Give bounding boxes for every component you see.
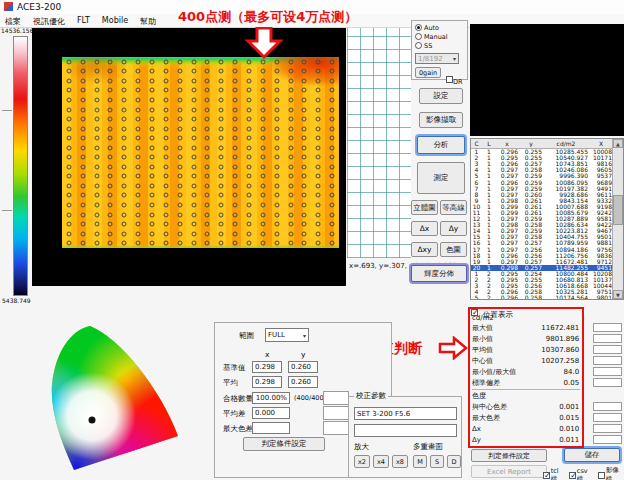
judge-box [593, 367, 622, 376]
radio-ss[interactable]: SS [415, 41, 467, 50]
measurement-point [177, 88, 182, 93]
measurement-view[interactable] [32, 28, 346, 286]
average-diff-field[interactable]: 0.000 [252, 407, 290, 419]
scroll-up-icon[interactable]: ▲ [613, 139, 623, 148]
delta-xy-button[interactable]: Δxy [411, 242, 438, 257]
measurement-point [233, 155, 238, 160]
footer-judge-condition-button[interactable]: 判定條件設定 [471, 449, 547, 462]
zoom-x2-button[interactable]: x2 [354, 455, 370, 468]
measurement-point [260, 174, 265, 179]
menu-item-檔案[interactable]: 檔案 [5, 16, 21, 27]
zoom-x8-button[interactable]: x8 [392, 455, 408, 468]
reference-y-field[interactable]: 0.260 [288, 361, 318, 373]
radio-label: Auto [424, 24, 439, 32]
color-map-button[interactable]: 色圖 [440, 242, 467, 257]
measurement-table[interactable]: CLxycd/m2X 110.2960.25510285.45510008210… [470, 138, 624, 300]
camera-preview [470, 24, 624, 136]
dr-checkbox[interactable]: DR [446, 69, 463, 88]
shutter-select[interactable]: 1/8192 ▾ [415, 53, 459, 64]
delta-x-button[interactable]: Δx [411, 221, 438, 236]
multi-screen-d-button[interactable]: D [447, 455, 461, 468]
measurement-point [136, 59, 141, 64]
excel-report-button[interactable]: Excel Report [471, 465, 547, 478]
measurement-point [66, 193, 71, 198]
measurement-point [330, 69, 335, 74]
measurement-point [260, 155, 265, 160]
measurement-point [302, 174, 307, 179]
zoom-x4-button[interactable]: x4 [373, 455, 389, 468]
judge-condition-button[interactable]: 判定條件設定 [243, 437, 325, 451]
file-checkbox-box[interactable] [543, 472, 550, 479]
measurement-point [163, 193, 168, 198]
pass-judge-box [323, 391, 349, 405]
measurement-point [94, 222, 99, 227]
average-y-field[interactable]: 0.260 [288, 376, 318, 388]
menu-item-幫助[interactable]: 幫助 [140, 16, 156, 27]
radio-icon[interactable] [415, 42, 422, 49]
range-select[interactable]: FULL ▾ [265, 328, 309, 342]
gain-button[interactable]: 0gain [415, 67, 441, 78]
calibration-value2-field[interactable] [354, 424, 457, 437]
measurement-point [246, 107, 251, 112]
measurement-point [108, 97, 113, 102]
table-row[interactable]: 520.2960.25810174.5649801 [471, 295, 623, 300]
measurement-point [288, 222, 293, 227]
measurement-point [233, 107, 238, 112]
measurement-point [316, 203, 321, 208]
image-capture-button[interactable]: 影像擷取 [419, 112, 463, 128]
radio-auto[interactable]: Auto [415, 23, 467, 32]
delta-y-button[interactable]: Δy [440, 221, 467, 236]
file-checkbox-csv檔[interactable]: csv檔 [569, 467, 593, 480]
pass-count-label: 合格數量 [223, 394, 253, 404]
table-cell: 11206.756 [544, 253, 590, 259]
max-colordiff-field[interactable] [252, 422, 290, 434]
menu-item-視訊優化[interactable]: 視訊優化 [33, 16, 65, 27]
multi-screen-m-button[interactable]: M [413, 455, 427, 468]
contour-button[interactable]: 等高線 [440, 200, 467, 215]
scrollbar-thumb[interactable] [613, 195, 623, 225]
measurement-point [94, 78, 99, 83]
measurement-point [205, 145, 210, 150]
scroll-down-icon[interactable]: ▼ [613, 290, 623, 299]
radio-icon[interactable] [415, 24, 422, 31]
save-button[interactable]: 儲存 [564, 448, 620, 462]
measurement-point [246, 241, 251, 246]
measurement-point [191, 69, 196, 74]
measurement-point [302, 97, 307, 102]
luminance-heatmap[interactable] [62, 57, 339, 248]
measurement-point [274, 222, 279, 227]
table-scrollbar[interactable]: ▲ ▼ [612, 139, 623, 299]
measurement-point [274, 183, 279, 188]
dr-checkbox-box[interactable] [446, 76, 453, 83]
range-value: FULL [268, 331, 285, 339]
radio-manual[interactable]: Manual [415, 32, 467, 41]
luminance-distribution-button[interactable]: 輝度分佈 [411, 265, 467, 282]
measurement-point [191, 97, 196, 102]
measure-button[interactable]: 測定 [417, 162, 465, 194]
measurement-point [80, 164, 85, 169]
table-body[interactable]: 110.2960.25510285.45510008210.2950.25510… [471, 149, 623, 300]
settings-button[interactable]: 設定 [419, 88, 463, 104]
measurement-point [288, 231, 293, 236]
average-x-field[interactable]: 0.298 [252, 376, 282, 388]
file-checkbox-box[interactable] [569, 472, 576, 479]
measurement-point [260, 231, 265, 236]
stat-label: Δy [472, 436, 537, 444]
radio-icon[interactable] [415, 33, 422, 40]
analyze-button[interactable]: 分析 [417, 136, 465, 154]
multi-screen-s-button[interactable]: S [430, 455, 444, 468]
calibration-value-field[interactable]: SET 3-200 F5.6 [354, 407, 457, 420]
table-cell: 10404.755 [544, 234, 590, 240]
measurement-point [80, 155, 85, 160]
file-checkbox-影像檔[interactable]: 影像檔 [598, 466, 624, 480]
menu-item-FLT[interactable]: FLT [77, 16, 90, 27]
measurement-point [177, 117, 182, 122]
measurement-point [316, 136, 321, 141]
measurement-point [94, 231, 99, 236]
max-colordiff-judge-box [323, 421, 349, 435]
file-checkbox-box[interactable] [598, 472, 605, 479]
menu-item-Mobile[interactable]: Mobile [102, 16, 128, 27]
file-checkbox-tcl檔[interactable]: tcl檔 [543, 467, 564, 480]
reference-x-field[interactable]: 0.298 [252, 361, 282, 373]
stereo-button[interactable]: 立體圖 [411, 200, 438, 215]
